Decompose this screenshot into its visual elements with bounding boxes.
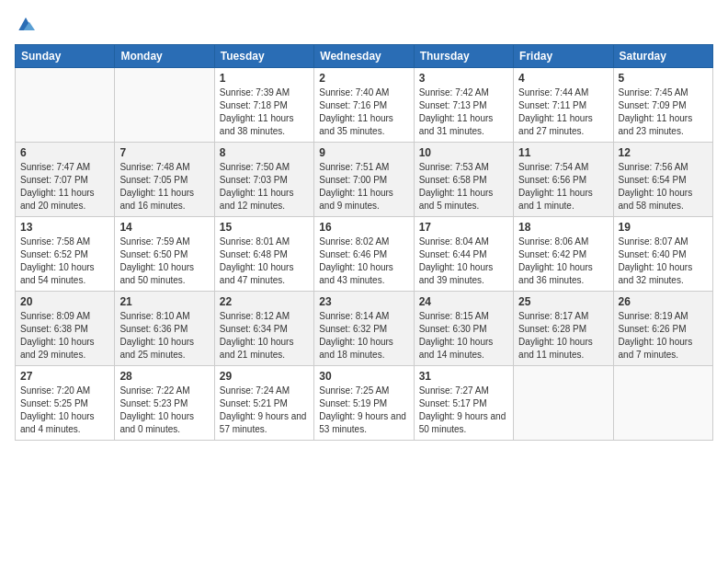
day-number: 24: [419, 295, 508, 308]
day-cell: 1Sunrise: 7:39 AM Sunset: 7:18 PM Daylig…: [214, 68, 313, 143]
day-info: Sunrise: 8:04 AM Sunset: 6:44 PM Dayligh…: [419, 236, 508, 287]
day-info: Sunrise: 8:12 AM Sunset: 6:34 PM Dayligh…: [220, 310, 309, 362]
day-cell: [613, 366, 712, 441]
day-number: 10: [419, 146, 508, 159]
day-number: 20: [20, 295, 109, 308]
day-info: Sunrise: 7:27 AM Sunset: 5:17 PM Dayligh…: [419, 385, 508, 436]
day-info: Sunrise: 8:17 AM Sunset: 6:28 PM Dayligh…: [518, 310, 608, 362]
day-info: Sunrise: 8:14 AM Sunset: 6:32 PM Dayligh…: [319, 310, 408, 362]
day-number: 2: [319, 72, 408, 85]
day-info: Sunrise: 8:15 AM Sunset: 6:30 PM Dayligh…: [419, 310, 508, 362]
column-header-monday: Monday: [115, 45, 214, 68]
day-number: 23: [319, 295, 408, 308]
day-number: 19: [619, 221, 708, 234]
week-row-4: 20Sunrise: 8:09 AM Sunset: 6:38 PM Dayli…: [16, 292, 713, 366]
day-cell: [115, 68, 214, 143]
day-info: Sunrise: 7:24 AM Sunset: 5:21 PM Dayligh…: [220, 385, 309, 436]
day-cell: 18Sunrise: 8:06 AM Sunset: 6:42 PM Dayli…: [514, 217, 613, 292]
week-row-2: 6Sunrise: 7:47 AM Sunset: 7:07 PM Daylig…: [16, 143, 713, 217]
day-info: Sunrise: 7:20 AM Sunset: 5:25 PM Dayligh…: [20, 385, 109, 436]
day-cell: 30Sunrise: 7:25 AM Sunset: 5:19 PM Dayli…: [314, 366, 414, 441]
day-cell: [514, 366, 613, 441]
day-number: 27: [20, 370, 109, 383]
day-info: Sunrise: 7:39 AM Sunset: 7:18 PM Dayligh…: [220, 86, 309, 138]
day-info: Sunrise: 8:07 AM Sunset: 6:40 PM Dayligh…: [619, 236, 708, 287]
day-number: 7: [119, 146, 209, 159]
week-row-1: 1Sunrise: 7:39 AM Sunset: 7:18 PM Daylig…: [16, 68, 713, 143]
day-number: 6: [20, 146, 109, 159]
day-cell: 29Sunrise: 7:24 AM Sunset: 5:21 PM Dayli…: [214, 366, 313, 441]
day-info: Sunrise: 8:02 AM Sunset: 6:46 PM Dayligh…: [319, 236, 408, 287]
day-number: 11: [518, 146, 608, 159]
day-cell: 21Sunrise: 8:10 AM Sunset: 6:36 PM Dayli…: [115, 292, 214, 366]
day-cell: 7Sunrise: 7:48 AM Sunset: 7:05 PM Daylig…: [115, 143, 214, 217]
day-info: Sunrise: 7:51 AM Sunset: 7:00 PM Dayligh…: [319, 161, 408, 213]
day-number: 25: [518, 295, 608, 308]
day-cell: 23Sunrise: 8:14 AM Sunset: 6:32 PM Dayli…: [314, 292, 414, 366]
day-number: 16: [319, 221, 408, 234]
day-info: Sunrise: 7:42 AM Sunset: 7:13 PM Dayligh…: [419, 86, 508, 138]
day-number: 18: [518, 221, 608, 234]
day-info: Sunrise: 7:22 AM Sunset: 5:23 PM Dayligh…: [119, 385, 209, 436]
day-cell: 14Sunrise: 7:59 AM Sunset: 6:50 PM Dayli…: [115, 217, 214, 292]
day-info: Sunrise: 7:59 AM Sunset: 6:50 PM Dayligh…: [119, 236, 209, 287]
day-cell: 11Sunrise: 7:54 AM Sunset: 6:56 PM Dayli…: [514, 143, 613, 217]
day-cell: 10Sunrise: 7:53 AM Sunset: 6:58 PM Dayli…: [414, 143, 513, 217]
day-info: Sunrise: 7:40 AM Sunset: 7:16 PM Dayligh…: [319, 86, 408, 138]
day-number: 17: [419, 221, 508, 234]
day-number: 29: [220, 370, 309, 383]
day-number: 22: [220, 295, 309, 308]
day-cell: 2Sunrise: 7:40 AM Sunset: 7:16 PM Daylig…: [314, 68, 414, 143]
day-number: 9: [319, 146, 408, 159]
day-info: Sunrise: 8:09 AM Sunset: 6:38 PM Dayligh…: [20, 310, 109, 362]
day-info: Sunrise: 7:58 AM Sunset: 6:52 PM Dayligh…: [20, 236, 109, 287]
column-header-wednesday: Wednesday: [314, 45, 414, 68]
calendar: SundayMondayTuesdayWednesdayThursdayFrid…: [15, 44, 713, 441]
day-number: 30: [319, 370, 408, 383]
day-number: 12: [619, 146, 708, 159]
day-cell: 24Sunrise: 8:15 AM Sunset: 6:30 PM Dayli…: [414, 292, 513, 366]
column-header-thursday: Thursday: [414, 45, 513, 68]
day-cell: 28Sunrise: 7:22 AM Sunset: 5:23 PM Dayli…: [115, 366, 214, 441]
day-cell: 5Sunrise: 7:45 AM Sunset: 7:09 PM Daylig…: [613, 68, 712, 143]
day-info: Sunrise: 7:47 AM Sunset: 7:07 PM Dayligh…: [20, 161, 109, 213]
day-cell: 20Sunrise: 8:09 AM Sunset: 6:38 PM Dayli…: [16, 292, 115, 366]
day-info: Sunrise: 7:44 AM Sunset: 7:11 PM Dayligh…: [518, 86, 608, 138]
day-number: 14: [119, 221, 209, 234]
day-number: 1: [220, 72, 309, 85]
day-number: 28: [119, 370, 209, 383]
column-header-saturday: Saturday: [613, 45, 712, 68]
day-info: Sunrise: 8:10 AM Sunset: 6:36 PM Dayligh…: [119, 310, 209, 362]
day-number: 3: [419, 72, 508, 85]
logo-icon: [15, 15, 37, 33]
day-info: Sunrise: 7:50 AM Sunset: 7:03 PM Dayligh…: [220, 161, 309, 213]
day-cell: 16Sunrise: 8:02 AM Sunset: 6:46 PM Dayli…: [314, 217, 414, 292]
column-header-friday: Friday: [514, 45, 613, 68]
day-number: 21: [119, 295, 209, 308]
day-info: Sunrise: 7:54 AM Sunset: 6:56 PM Dayligh…: [518, 161, 608, 213]
day-number: 4: [518, 72, 608, 85]
day-info: Sunrise: 7:56 AM Sunset: 6:54 PM Dayligh…: [619, 161, 708, 213]
day-cell: 4Sunrise: 7:44 AM Sunset: 7:11 PM Daylig…: [514, 68, 613, 143]
day-cell: 9Sunrise: 7:51 AM Sunset: 7:00 PM Daylig…: [314, 143, 414, 217]
day-number: 5: [619, 72, 708, 85]
day-cell: 19Sunrise: 8:07 AM Sunset: 6:40 PM Dayli…: [613, 217, 712, 292]
header-row: SundayMondayTuesdayWednesdayThursdayFrid…: [16, 45, 713, 68]
day-cell: [16, 68, 115, 143]
day-cell: 12Sunrise: 7:56 AM Sunset: 6:54 PM Dayli…: [613, 143, 712, 217]
day-cell: 26Sunrise: 8:19 AM Sunset: 6:26 PM Dayli…: [613, 292, 712, 366]
column-header-sunday: Sunday: [16, 45, 115, 68]
day-number: 15: [220, 221, 309, 234]
day-info: Sunrise: 8:06 AM Sunset: 6:42 PM Dayligh…: [518, 236, 608, 287]
week-row-5: 27Sunrise: 7:20 AM Sunset: 5:25 PM Dayli…: [16, 366, 713, 441]
day-info: Sunrise: 7:45 AM Sunset: 7:09 PM Dayligh…: [619, 86, 708, 138]
day-cell: 13Sunrise: 7:58 AM Sunset: 6:52 PM Dayli…: [16, 217, 115, 292]
day-number: 8: [220, 146, 309, 159]
day-number: 26: [619, 295, 708, 308]
day-cell: 17Sunrise: 8:04 AM Sunset: 6:44 PM Dayli…: [414, 217, 513, 292]
day-info: Sunrise: 7:53 AM Sunset: 6:58 PM Dayligh…: [419, 161, 508, 213]
header: [15, 15, 713, 33]
day-cell: 15Sunrise: 8:01 AM Sunset: 6:48 PM Dayli…: [214, 217, 313, 292]
day-info: Sunrise: 8:01 AM Sunset: 6:48 PM Dayligh…: [220, 236, 309, 287]
day-cell: 31Sunrise: 7:27 AM Sunset: 5:17 PM Dayli…: [414, 366, 513, 441]
